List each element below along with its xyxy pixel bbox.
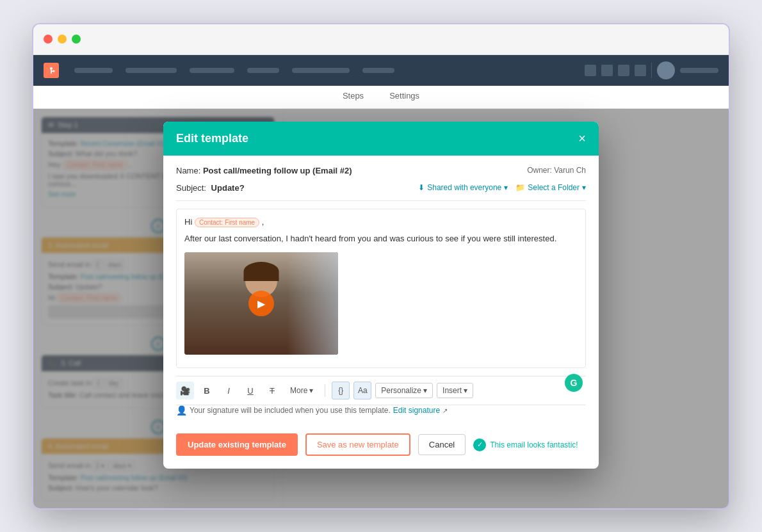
person-icon: 👤 bbox=[176, 405, 187, 415]
window-light bbox=[287, 252, 338, 355]
underline-button[interactable]: U bbox=[241, 382, 259, 399]
maximize-window-button[interactable] bbox=[72, 35, 81, 44]
modal-title: Edit template bbox=[176, 132, 248, 145]
svg-rect-3 bbox=[52, 70, 54, 72]
video-thumbnail[interactable]: ▶ bbox=[184, 252, 338, 355]
cancel-button[interactable]: Cancel bbox=[418, 434, 466, 455]
folder-icon: 📁 bbox=[515, 183, 525, 192]
contact-first-name-token[interactable]: Contact: First name bbox=[195, 218, 259, 227]
bold-icon: B bbox=[204, 386, 209, 396]
owner-section: Owner: Varun Ch bbox=[527, 166, 586, 175]
content-area: ✉ Step 1 Template: Recent Conversion (Em… bbox=[33, 109, 729, 510]
personalize-label: Personalize bbox=[381, 386, 421, 395]
external-link-icon: ↗ bbox=[442, 407, 448, 414]
video-icon: 🎥 bbox=[180, 386, 190, 396]
more-button[interactable]: More ▾ bbox=[285, 383, 318, 398]
tab-steps[interactable]: Steps bbox=[343, 91, 364, 103]
greeting-word: Hi bbox=[184, 217, 192, 227]
success-badge: ✓ This email looks fantastic! bbox=[473, 439, 578, 451]
edit-signature-link[interactable]: Edit signature bbox=[393, 406, 440, 415]
select-folder-button[interactable]: 📁 Select a Folder ▾ bbox=[515, 183, 586, 192]
italic-button[interactable]: I bbox=[220, 382, 238, 399]
grid-view-icon[interactable] bbox=[585, 65, 596, 76]
nav-item-5[interactable] bbox=[292, 68, 350, 73]
nav-divider bbox=[651, 63, 652, 78]
user-avatar[interactable] bbox=[657, 61, 675, 79]
insert-button[interactable]: Insert ▾ bbox=[437, 383, 473, 398]
insert-chevron-icon: ▾ bbox=[464, 386, 467, 395]
template-name-section: Name: Post call/meeting follow up (Email… bbox=[176, 166, 352, 175]
subject-row: Subject: Update? ⬇ Shared with everyone … bbox=[176, 183, 586, 201]
more-chevron-icon: ▾ bbox=[309, 386, 313, 395]
strikethrough-icon: T bbox=[270, 386, 275, 396]
grid-view-3-icon[interactable] bbox=[618, 65, 629, 76]
nav-item-3[interactable] bbox=[190, 68, 234, 73]
close-window-button[interactable] bbox=[44, 35, 53, 44]
chevron-down-icon-2: ▾ bbox=[582, 183, 586, 192]
subject-section: Subject: Update? bbox=[176, 183, 245, 193]
browser-titlebar bbox=[33, 24, 729, 55]
email-greeting: Hi Contact: First name , bbox=[184, 217, 578, 227]
grid-view-4-icon[interactable] bbox=[635, 65, 646, 76]
shared-label: Shared with everyone bbox=[427, 183, 501, 192]
bold-button[interactable]: B bbox=[198, 382, 216, 399]
sub-navigation: Steps Settings bbox=[33, 86, 729, 109]
nav-item-6[interactable] bbox=[362, 68, 394, 73]
comma-greeting: , bbox=[262, 217, 264, 227]
play-video-button[interactable]: ▶ bbox=[248, 291, 274, 316]
owner-value: Varun Ch bbox=[554, 166, 586, 175]
grid-view-2-icon[interactable] bbox=[601, 65, 613, 76]
nav-item-1[interactable] bbox=[74, 68, 113, 73]
minimize-window-button[interactable] bbox=[58, 35, 67, 44]
signature-notice: 👤 Your signature will be included when y… bbox=[176, 405, 586, 415]
personalize-button[interactable]: Personalize ▾ bbox=[375, 383, 433, 398]
save-new-template-button[interactable]: Save as new template bbox=[305, 433, 410, 456]
modal-header: Edit template × bbox=[163, 122, 599, 156]
shared-with-everyone-button[interactable]: ⬇ Shared with everyone ▾ bbox=[418, 183, 508, 192]
highlight-button-2[interactable]: Aa bbox=[353, 382, 371, 399]
video-insert-button[interactable]: 🎥 bbox=[176, 382, 194, 399]
modal-overlay: Edit template × Name: Post call/meeting … bbox=[33, 109, 729, 510]
subject-controls: ⬇ Shared with everyone ▾ 📁 Select a Fold… bbox=[418, 183, 586, 192]
email-body-text: After our last conversation, I hadn't he… bbox=[184, 232, 578, 245]
highlight-button-1[interactable]: {} bbox=[332, 382, 350, 399]
editor-toolbar: 🎥 B I U T bbox=[176, 376, 586, 405]
owner-label: Owner: bbox=[527, 166, 552, 175]
nav-right-bar bbox=[680, 68, 718, 73]
signature-text: Your signature will be included when you… bbox=[190, 406, 391, 415]
name-label: Name: bbox=[176, 166, 200, 175]
nav-items bbox=[74, 68, 569, 73]
nav-item-4[interactable] bbox=[247, 68, 279, 73]
hair-shape bbox=[244, 262, 279, 281]
strikethrough-button[interactable]: T bbox=[263, 382, 281, 399]
modal-footer: Update existing template Save as new tem… bbox=[176, 426, 586, 458]
subject-label-modal: Subject: bbox=[176, 183, 206, 193]
underline-icon: U bbox=[247, 386, 253, 396]
more-label: More bbox=[290, 386, 307, 395]
personalize-chevron-icon: ▾ bbox=[423, 386, 427, 395]
grammarly-icon[interactable]: G bbox=[565, 374, 583, 392]
update-existing-template-button[interactable]: Update existing template bbox=[176, 433, 298, 456]
italic-icon: I bbox=[227, 386, 230, 396]
success-label: This email looks fantastic! bbox=[490, 440, 578, 449]
text-format-icon: Aa bbox=[358, 386, 368, 395]
success-check-icon: ✓ bbox=[473, 439, 486, 451]
nav-item-2[interactable] bbox=[126, 68, 177, 73]
template-name-row: Name: Post call/meeting follow up (Email… bbox=[176, 166, 586, 175]
email-body-editor[interactable]: Hi Contact: First name , After our last … bbox=[176, 209, 586, 369]
svg-point-0 bbox=[50, 67, 53, 70]
tab-settings[interactable]: Settings bbox=[389, 91, 419, 103]
modal-body: Name: Post call/meeting follow up (Email… bbox=[163, 156, 599, 469]
svg-rect-1 bbox=[51, 70, 52, 74]
toolbar-separator bbox=[325, 384, 325, 397]
highlight-icon: {} bbox=[338, 386, 343, 395]
hubspot-navbar bbox=[33, 55, 729, 86]
subject-value-modal: Update? bbox=[211, 183, 245, 193]
folder-label: Select a Folder bbox=[528, 183, 580, 192]
modal-close-button[interactable]: × bbox=[578, 132, 586, 145]
nav-right-controls bbox=[585, 61, 718, 79]
hubspot-logo-icon[interactable] bbox=[44, 63, 59, 78]
name-value: Post call/meeting follow up (Email #2) bbox=[203, 166, 352, 175]
edit-template-modal: Edit template × Name: Post call/meeting … bbox=[163, 122, 599, 469]
chevron-down-icon: ▾ bbox=[504, 183, 508, 192]
